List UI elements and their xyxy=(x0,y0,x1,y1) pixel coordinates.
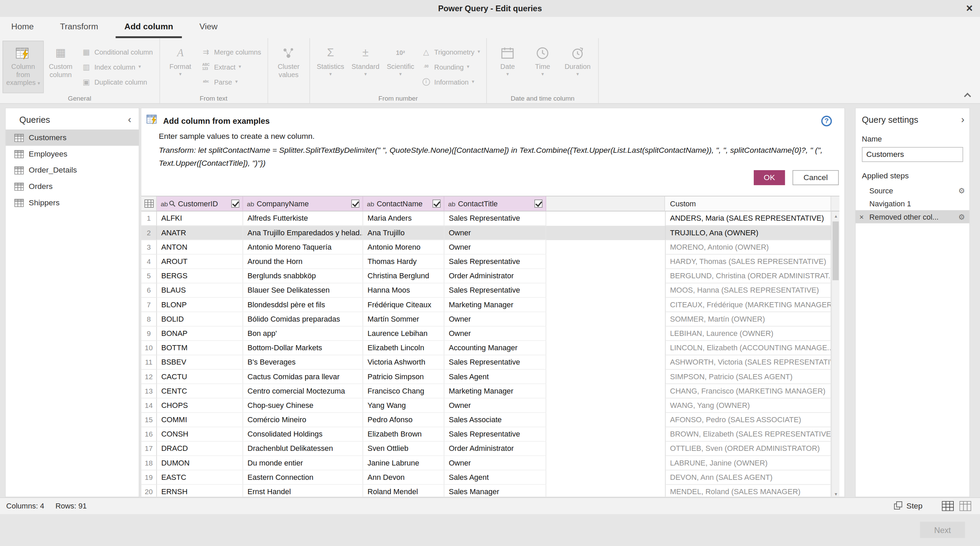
duplicate-column-button[interactable]: ▣ Duplicate column xyxy=(78,75,156,88)
cell-custom-example[interactable]: AFONSO, Pedro (SALES ASSOCIATE) xyxy=(665,413,831,427)
statistics-button[interactable]: Σ Statistics ▾ xyxy=(313,41,348,93)
chevron-down-icon: ▾ xyxy=(364,71,367,78)
expand-settings-icon[interactable]: › xyxy=(961,115,964,125)
column-header-custom[interactable]: Custom xyxy=(665,196,831,211)
cell-custom-example[interactable]: ASHWORTH, Victoria (SALES REPRESENTATIVE… xyxy=(665,355,831,370)
cancel-button[interactable]: Cancel xyxy=(792,170,839,185)
cell-custom-example[interactable]: WANG, Yang (OWNER) xyxy=(665,398,831,413)
cell-custom-example[interactable]: MORENO, Antonio (OWNER) xyxy=(665,240,831,254)
cell-custom-example[interactable]: SIMPSON, Patricio (SALES AGENT) xyxy=(665,370,831,384)
collapse-ribbon-icon[interactable] xyxy=(965,92,972,98)
cell-custom-example[interactable]: LEBIHAN, Laurence (OWNER) xyxy=(665,326,831,341)
information-button[interactable]: i Information ▾ xyxy=(418,75,484,88)
trigonometry-button[interactable]: △ Trigonometry ▾ xyxy=(418,45,484,58)
column-from-examples-button[interactable]: Column from examples ▾ xyxy=(3,41,43,93)
query-item[interactable]: Employees xyxy=(6,145,139,162)
column-header-contact-name[interactable]: ab ContactName xyxy=(363,196,444,211)
cell-custom-example[interactable]: LABRUNE, Janine (OWNER) xyxy=(665,456,831,470)
tab-home[interactable]: Home xyxy=(2,17,42,38)
cell-blank xyxy=(546,398,665,413)
row-number: 2 xyxy=(142,226,157,240)
query-item[interactable]: Shippers xyxy=(6,195,139,211)
date-button[interactable]: Date ▾ xyxy=(490,41,525,93)
scroll-up-icon[interactable]: ▲ xyxy=(832,211,840,220)
time-button[interactable]: Time ▾ xyxy=(525,41,560,93)
cluster-values-button[interactable]: Cluster values xyxy=(271,41,306,93)
scroll-down-icon[interactable]: ▼ xyxy=(832,489,840,497)
cell-custom-example[interactable]: MOOS, Hanna (SALES REPRESENTATIVE) xyxy=(665,283,831,298)
tab-transform[interactable]: Transform xyxy=(51,17,107,38)
ok-button[interactable]: OK xyxy=(754,170,785,185)
column-view-icon[interactable] xyxy=(956,499,974,513)
duration-button[interactable]: Duration ▾ xyxy=(560,41,595,93)
custom-column-button[interactable]: ▦ Custom column xyxy=(43,41,78,93)
column-header-company-name[interactable]: ab CompanyName xyxy=(243,196,363,211)
cell-contact-title: Owner xyxy=(444,240,546,254)
column-checkbox[interactable] xyxy=(231,200,240,208)
tab-view[interactable]: View xyxy=(191,17,226,38)
applied-step[interactable]: × Removed other col... ⚙ xyxy=(856,210,969,224)
cell-blank xyxy=(546,413,665,427)
cell-contact-title: Marketing Manager xyxy=(444,384,546,398)
cell-custom-example[interactable]: LINCOLN, Elizabeth (ACCOUNTING MANAGE... xyxy=(665,341,831,355)
cell-custom-example[interactable]: BROWN, Elizabeth (SALES REPRESENTATIVE) xyxy=(665,427,831,442)
table-view-icon[interactable] xyxy=(939,499,956,513)
column-header-contact-title[interactable]: ab ContactTitle xyxy=(444,196,546,211)
cell-customer-id: DUMON xyxy=(157,456,243,470)
queries-list: Customers Employees Order_Details xyxy=(6,129,139,211)
step-settings-gear-icon[interactable]: ⚙ xyxy=(958,213,965,221)
rounding-button[interactable]: .00 Rounding ▾ xyxy=(418,60,484,73)
column-checkbox[interactable] xyxy=(534,200,542,208)
collapse-queries-icon[interactable]: ‹ xyxy=(128,115,131,125)
column-checkbox[interactable] xyxy=(351,200,360,208)
standard-button[interactable]: ± Standard ▾ xyxy=(348,41,383,93)
cell-contact-name: Martín Sommer xyxy=(363,312,444,326)
table-row: 4 AROUT Around the Horn Thomas Hardy Sal… xyxy=(142,255,840,269)
conditional-column-icon: ▦ xyxy=(81,47,91,56)
pane-subtitle: Enter sample values to create a new colu… xyxy=(142,128,845,141)
index-column-icon: ▥ xyxy=(81,62,91,71)
parse-button[interactable]: abc Parse ▾ xyxy=(198,75,264,88)
row-number: 10 xyxy=(142,341,157,355)
conditional-column-button[interactable]: ▦ Conditional column xyxy=(78,45,156,58)
column-checkbox[interactable] xyxy=(433,200,441,208)
extract-button[interactable]: ABC123 Extract ▾ xyxy=(198,60,264,73)
tab-add-column[interactable]: Add column xyxy=(116,17,181,38)
cell-custom-example[interactable]: ANDERS, Maria (SALES REPRESENTATIVE) xyxy=(665,211,831,226)
query-item[interactable]: Order_Details xyxy=(6,162,139,178)
query-item-label: Order_Details xyxy=(29,166,77,175)
cell-custom-example[interactable]: DEVON, Ann (SALES AGENT) xyxy=(665,470,831,485)
step-button[interactable]: Step xyxy=(894,501,923,511)
cell-custom-example[interactable]: CHANG, Francisco (MARKETING MANAGER) xyxy=(665,384,831,398)
applied-step[interactable]: × Navigation 1 ⚙ xyxy=(856,197,969,211)
index-column-button[interactable]: ▥ Index column ▾ xyxy=(78,60,156,73)
next-button[interactable]: Next xyxy=(920,522,965,538)
scrollbar-thumb[interactable] xyxy=(832,221,838,280)
query-item[interactable]: Orders xyxy=(6,178,139,195)
close-icon[interactable]: × xyxy=(961,1,978,16)
duration-clock-icon xyxy=(571,44,584,62)
remove-step-icon[interactable]: × xyxy=(859,213,864,221)
table-icon xyxy=(14,150,24,158)
query-item[interactable]: Customers xyxy=(6,129,139,146)
query-name-input[interactable] xyxy=(862,147,963,162)
format-button[interactable]: A Format ▾ xyxy=(163,41,198,93)
merge-columns-button[interactable]: ⇉ Merge columns xyxy=(198,45,264,58)
column-header-customer-id[interactable]: ab CustomerID xyxy=(157,196,243,211)
help-icon[interactable]: ? xyxy=(821,115,832,126)
cell-custom-example[interactable]: HARDY, Thomas (SALES REPRESENTATIVE) xyxy=(665,255,831,269)
table-corner-button[interactable] xyxy=(142,196,157,211)
cell-custom-example[interactable]: TRUJILLO, Ana (OWNER) xyxy=(665,226,831,240)
cell-custom-example[interactable]: MENDEL, Roland (SALES MANAGER) xyxy=(665,485,831,498)
table-row: 20 ERNSH Ernst Handel Roland Mendel Sale… xyxy=(142,485,840,498)
cell-custom-example[interactable]: OTTLIEB, Sven (ORDER ADMINISTRATOR) xyxy=(665,442,831,456)
step-settings-gear-icon[interactable]: ⚙ xyxy=(958,187,965,195)
cell-company-name: Comércio Mineiro xyxy=(243,413,363,427)
vertical-scrollbar[interactable]: ▲ ▼ xyxy=(831,211,839,497)
scientific-button[interactable]: 10² Scientific ▾ xyxy=(383,41,418,93)
cell-custom-example[interactable]: CITEAUX, Frédérique (MARKETING MANAGER) xyxy=(665,298,831,312)
cell-custom-example[interactable]: SOMMER, Martín (OWNER) xyxy=(665,312,831,326)
cell-custom-example[interactable]: BERGLUND, Christina (ORDER ADMINISTRAT..… xyxy=(665,269,831,283)
cell-contact-title: Order Administrator xyxy=(444,442,546,456)
applied-step[interactable]: × Source ⚙ xyxy=(856,184,969,197)
